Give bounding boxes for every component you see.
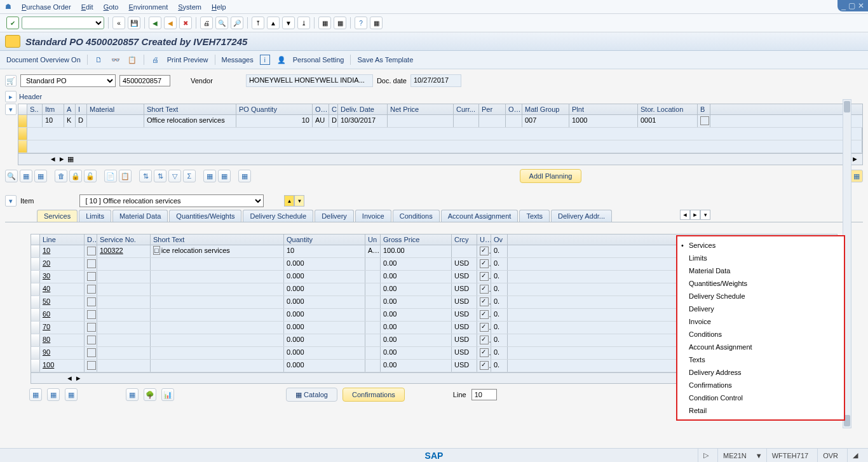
svc-cell-qty[interactable]: 0.000 [284,322,365,334]
svc-col-d[interactable]: D.. [85,234,97,245]
lock-icon[interactable]: 🔒 [69,170,82,182]
cell-per[interactable] [479,115,506,127]
tab-next-icon[interactable]: ► [690,210,700,220]
collapse-icon[interactable]: ▦ [218,170,231,182]
svc-cell-sno[interactable] [97,309,151,321]
svc-cell-sno[interactable] [97,334,151,346]
unlock-icon[interactable]: 🔓 [84,170,97,182]
popup-delivery-schedule[interactable]: Delivery Schedule [677,290,844,302]
svc-cell-ov[interactable]: 0. [491,258,508,270]
svc-cell-ov[interactable]: 0. [491,296,508,308]
svc-cell-sno[interactable]: 100322 [97,245,151,257]
popup-quantities[interactable]: Quantities/Weights [677,277,844,290]
svc-select-all-icon[interactable]: ▦ [29,388,42,401]
cell-o2[interactable] [506,115,522,127]
svc-cell-gp[interactable]: 0.00 [381,347,452,359]
enter-icon[interactable]: ✔ [6,17,19,29]
help-icon[interactable]: ? [355,17,367,29]
close-icon[interactable]: ✕ [858,1,864,10]
svc-cell-qty[interactable]: 0.000 [284,271,365,283]
back-expand-icon[interactable]: « [112,17,125,29]
popup-services[interactable]: Services [677,239,844,252]
svc-cell-crcy[interactable]: USD [452,258,477,270]
cell-i[interactable]: D [76,115,87,127]
exit-icon[interactable]: ◀ [164,17,177,29]
svc-cell-ov[interactable]: 0. [491,283,508,296]
svc-cell-st[interactable] [151,334,284,346]
col-per[interactable]: Per [479,104,506,114]
svc-cell-crcy[interactable]: USD [452,271,477,283]
svc-cell-sno[interactable] [97,258,151,270]
svc-cell-crcy[interactable] [452,245,477,257]
sort-icon[interactable]: ⇅ [139,170,152,182]
cart-icon[interactable]: 🛒 [5,75,17,86]
svc-cell-gp[interactable]: 0.00 [381,309,452,321]
tab-quantities[interactable]: Quantities/Weights [169,210,241,222]
col-deliv[interactable]: Deliv. Date [338,104,388,114]
svc-cell-ov[interactable]: 0. [491,271,508,283]
svc-cell-un[interactable] [365,322,381,334]
svc-cell-u[interactable] [477,322,491,334]
svc-cell-st[interactable] [151,296,284,308]
svc-cell-d[interactable] [85,283,97,296]
svc-cell-sno[interactable] [97,271,151,283]
cell-b-check[interactable] [700,116,709,125]
svc-cell-u[interactable] [477,347,491,359]
col-itm[interactable]: Itm [43,104,64,114]
find-icon[interactable]: 🔍 [215,17,228,29]
item-row[interactable] [18,128,862,140]
tab-invoice[interactable]: Invoice [355,210,391,222]
detail-icon[interactable]: 🔍 [5,170,18,182]
svc-cell-un[interactable] [365,334,381,346]
col-oun[interactable]: O... [313,104,329,114]
svc-cell-u[interactable] [477,245,491,257]
info-icon[interactable]: i [260,55,270,65]
popup-invoice[interactable]: Invoice [677,315,844,328]
col-curr[interactable]: Curr... [454,104,479,114]
svc-cell-d[interactable] [85,347,97,359]
svc-cell-un[interactable] [365,360,381,372]
collapse-items-icon[interactable]: ▾ [5,104,17,115]
addl-planning-button[interactable]: Addl Planning [520,169,582,183]
cell-c[interactable]: D [329,115,338,127]
tab-delivery[interactable]: Delivery [315,210,354,222]
minimize-icon[interactable]: _ [841,1,846,10]
menu-purchase-order[interactable]: Purchase Order [22,3,71,11]
hold-icon[interactable]: 📋 [127,55,137,65]
tab-material-data[interactable]: Material Data [112,210,168,222]
find-next-icon[interactable]: 🔎 [231,17,243,29]
popup-delivery[interactable]: Delivery [677,302,844,315]
svc-cell-gp[interactable]: 0.00 [381,296,452,308]
other-po-icon[interactable]: 👓 [111,55,121,65]
svc-cell-u[interactable] [477,271,491,283]
svc-cell-d[interactable] [85,296,97,308]
svc-cell-u[interactable] [477,360,491,372]
svc-col-un[interactable]: Un [365,234,381,245]
svc-cell-crcy[interactable]: USD [452,360,477,372]
cell-net[interactable] [388,115,454,127]
svc-col-u[interactable]: U.. [477,234,491,245]
popup-condition-control[interactable]: Condition Control [677,391,844,404]
svc-cell-u[interactable] [477,334,491,346]
cell-stor[interactable]: 0001 [638,115,698,127]
svc-cell-crcy[interactable]: USD [452,347,477,359]
svc-cell-qty[interactable]: 0.000 [284,334,365,346]
menu-system[interactable]: System [178,3,201,11]
svc-cell-ov[interactable]: 0. [491,322,508,334]
svc-cell-line[interactable]: 100 [40,360,85,372]
svc-cell-d[interactable] [85,271,97,283]
cell-shorttext[interactable]: Office relocation services [144,115,236,127]
popup-material-data[interactable]: Material Data [677,264,844,277]
svc-cell-line[interactable]: 70 [40,322,85,334]
svc-cell-sno[interactable] [97,360,151,372]
col-i[interactable]: I [76,104,87,114]
command-field[interactable] [22,17,104,29]
svc-deselect-icon[interactable]: ▦ [47,388,60,401]
menu-goto[interactable]: Goto [104,3,119,11]
back-icon[interactable]: ◀ [149,17,161,29]
cell-oun[interactable]: AU [313,115,329,127]
svc-cond-icon[interactable]: ▦ [126,388,139,401]
svc-cell-st[interactable] [151,271,284,283]
svc-cell-line[interactable]: 80 [40,334,85,346]
planning-icon[interactable]: ▦ [850,170,863,182]
